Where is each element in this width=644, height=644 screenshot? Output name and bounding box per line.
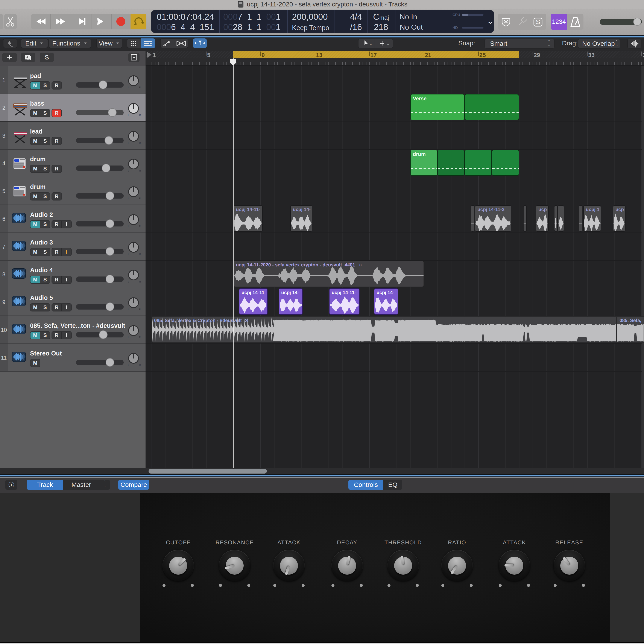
svg-text:⌄: ⌄ [386, 42, 390, 46]
svg-text:⌄: ⌄ [369, 42, 372, 46]
svg-text:S: S [536, 18, 540, 25]
